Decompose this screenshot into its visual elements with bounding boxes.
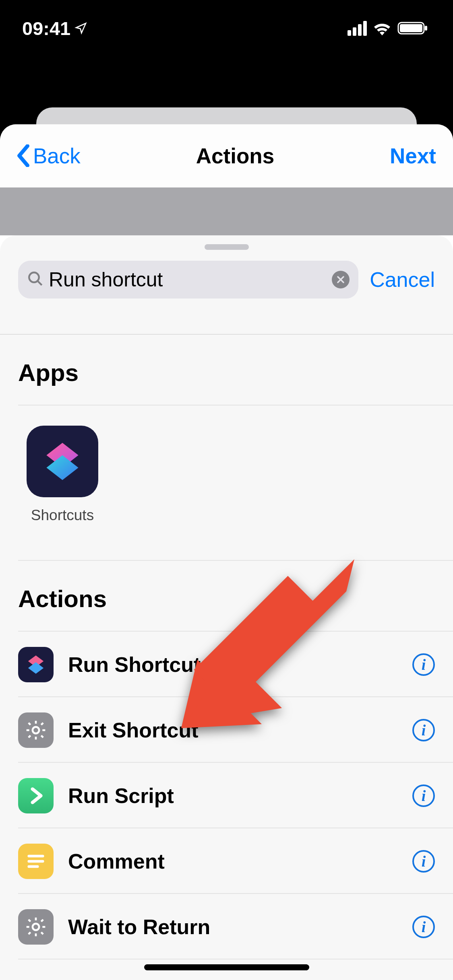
battery-icon — [397, 21, 429, 35]
svg-point-3 — [29, 272, 39, 282]
modal-card: Back Actions Next Cancel — [0, 124, 453, 980]
clear-search-button[interactable] — [332, 271, 350, 288]
action-picker-sheet: Cancel Apps — [0, 235, 453, 980]
nav-bar: Back Actions Next — [0, 124, 453, 187]
action-run-shortcut[interactable]: Run Shortcut i — [0, 632, 453, 697]
shortcuts-icon — [18, 647, 54, 682]
action-label: Comment — [68, 849, 398, 873]
clock: 09:41 — [22, 17, 70, 39]
apps-grid: Shortcuts — [0, 406, 453, 560]
section-actions-title: Actions — [0, 561, 453, 631]
search-icon — [27, 270, 44, 289]
action-label: Run Shortcut — [68, 653, 398, 677]
action-exit-shortcut[interactable]: Exit Shortcut i — [0, 697, 453, 763]
back-button[interactable]: Back — [17, 144, 81, 168]
info-icon[interactable]: i — [412, 719, 435, 741]
action-label: Run Script — [68, 784, 398, 808]
status-time: 09:41 — [22, 17, 87, 39]
cellular-icon — [348, 21, 367, 36]
info-icon[interactable]: i — [412, 850, 435, 873]
results-content: Apps — [0, 334, 453, 980]
action-comment[interactable]: Comment i — [0, 828, 453, 894]
search-row: Cancel — [18, 259, 435, 300]
modal-gap — [0, 187, 453, 235]
page-title: Actions — [196, 144, 274, 168]
svg-point-7 — [33, 727, 39, 733]
info-icon[interactable]: i — [412, 784, 435, 807]
info-icon[interactable]: i — [412, 916, 435, 938]
gear-icon — [18, 712, 54, 748]
app-shortcuts[interactable]: Shortcuts — [18, 426, 107, 524]
next-button[interactable]: Next — [390, 144, 436, 168]
shortcuts-app-icon — [27, 426, 98, 497]
search-field[interactable] — [18, 261, 358, 299]
lines-icon — [18, 844, 54, 879]
home-indicator[interactable] — [144, 964, 309, 970]
action-label: Wait to Return — [68, 915, 398, 939]
app-label: Shortcuts — [31, 507, 94, 524]
action-wait-to-return[interactable]: Wait to Return i — [0, 894, 453, 959]
wifi-icon — [372, 21, 392, 35]
location-arrow-icon — [74, 22, 87, 35]
action-label: Exit Shortcut — [68, 718, 398, 742]
action-list: Run Shortcut i Exit Shortcut i — [0, 632, 453, 959]
status-bar: 09:41 — [0, 0, 453, 56]
back-label: Back — [33, 144, 81, 168]
svg-rect-2 — [425, 26, 427, 31]
gear-icon — [18, 909, 54, 945]
sheet-grabber[interactable] — [205, 244, 249, 250]
action-run-script[interactable]: Run Script i — [0, 763, 453, 828]
svg-rect-1 — [400, 24, 422, 32]
section-apps-title: Apps — [0, 335, 453, 405]
info-icon[interactable]: i — [412, 653, 435, 676]
svg-line-4 — [37, 281, 42, 285]
play-icon — [18, 778, 54, 813]
status-icons — [348, 21, 429, 36]
svg-point-11 — [33, 923, 39, 930]
cancel-button[interactable]: Cancel — [370, 268, 435, 292]
search-input[interactable] — [49, 268, 327, 291]
